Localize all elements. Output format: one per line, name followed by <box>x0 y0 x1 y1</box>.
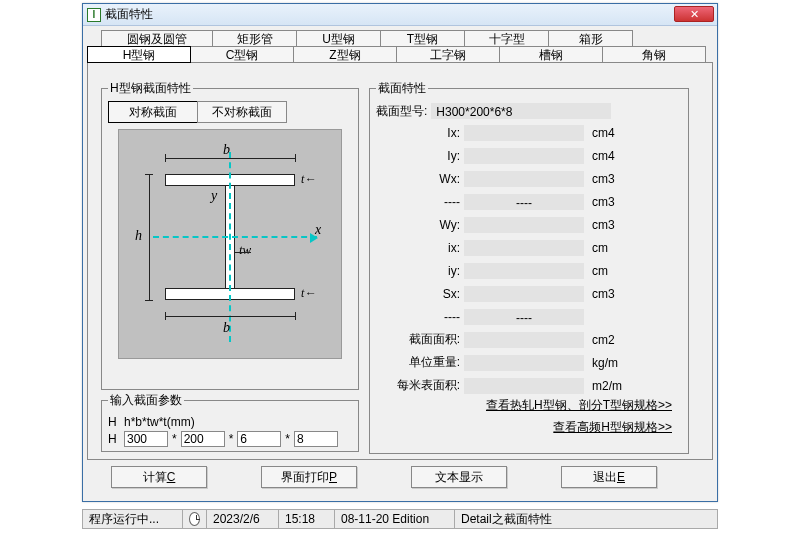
sep-1: * <box>172 432 177 446</box>
dim-tw: tw <box>239 242 251 258</box>
prop-unit: cm4 <box>584 126 644 140</box>
prop-row: -------- <box>376 305 682 328</box>
print-button[interactable]: 界面打印P <box>261 466 357 488</box>
prop-unit: cm <box>584 241 644 255</box>
status-detail: Detail之截面特性 <box>455 510 717 528</box>
window-title: 截面特性 <box>105 6 153 23</box>
group-section-shape-title: H型钢截面特性 <box>108 80 193 97</box>
status-time: 15:18 <box>279 510 335 528</box>
prop-row: 截面面积:cm2 <box>376 328 682 351</box>
input-t[interactable] <box>294 431 338 447</box>
status-date: 2023/2/6 <box>207 510 279 528</box>
client-area: 圆钢及圆管 矩形管 U型钢 T型钢 十字型 箱形 H型钢 C型钢 Z型钢 工字钢… <box>87 30 713 497</box>
text-display-button[interactable]: 文本显示 <box>411 466 507 488</box>
prop-row: 单位重量:kg/m <box>376 351 682 374</box>
prop-label: ---- <box>376 195 464 209</box>
prop-value <box>464 286 584 302</box>
prop-label: Sx: <box>376 287 464 301</box>
button-bar: 计算C 界面打印P 文本显示 退出E <box>101 466 697 488</box>
prop-value <box>464 263 584 279</box>
tab-round[interactable]: 圆钢及圆管 <box>101 30 213 47</box>
tab-rect-tube[interactable]: 矩形管 <box>212 30 297 47</box>
group-section-props: 截面特性 截面型号: H300*200*6*8 Ix:cm4Iy:cm4Wx:c… <box>369 80 689 454</box>
prop-label: iy: <box>376 264 464 278</box>
h-section-diagram: b x y h <box>118 129 342 359</box>
prop-unit: cm3 <box>584 172 644 186</box>
prop-value <box>464 355 584 371</box>
tab-cross[interactable]: 十字型 <box>464 30 549 47</box>
tab-box[interactable]: 箱形 <box>548 30 633 47</box>
tab-c-steel[interactable]: C型钢 <box>190 46 294 63</box>
prop-unit: cm3 <box>584 218 644 232</box>
status-running: 程序运行中... <box>83 510 183 528</box>
status-bar: 程序运行中... 2023/2/6 15:18 08-11-20 Edition… <box>82 509 718 529</box>
group-section-shape: H型钢截面特性 对称截面 不对称截面 b <box>101 80 359 390</box>
subtab-symmetric[interactable]: 对称截面 <box>108 101 198 123</box>
dim-tf-top: t← <box>301 172 316 187</box>
group-input-params: 输入截面参数 H h*b*tw*t(mm) H * * * <box>101 392 359 452</box>
prop-unit: cm3 <box>584 287 644 301</box>
tab-angle[interactable]: 角钢 <box>602 46 706 63</box>
calculate-button[interactable]: 计算C <box>111 466 207 488</box>
tab-z-steel[interactable]: Z型钢 <box>293 46 397 63</box>
hint-prefix: H <box>108 415 120 429</box>
tab-channel[interactable]: 槽钢 <box>499 46 603 63</box>
prop-unit: cm3 <box>584 195 644 209</box>
subtab-asymmetric[interactable]: 不对称截面 <box>197 101 287 123</box>
prop-label: 单位重量: <box>376 354 464 371</box>
prop-row: ix:cm <box>376 236 682 259</box>
tab-t-steel[interactable]: T型钢 <box>380 30 465 47</box>
link-hotrolled-spec[interactable]: 查看热轧H型钢、剖分T型钢规格>> <box>376 397 682 419</box>
titlebar: I 截面特性 ✕ <box>83 4 717 26</box>
prop-label: ix: <box>376 241 464 255</box>
link-highfreq-spec[interactable]: 查看高频H型钢规格>> <box>376 419 682 441</box>
sep-2: * <box>229 432 234 446</box>
hint-text: h*b*tw*t(mm) <box>124 415 195 429</box>
prop-value <box>464 125 584 141</box>
tab-row-top: 圆钢及圆管 矩形管 U型钢 T型钢 十字型 箱形 <box>101 30 713 47</box>
prop-label: ---- <box>376 310 464 324</box>
prop-row: Wy:cm3 <box>376 213 682 236</box>
prop-unit: cm4 <box>584 149 644 163</box>
prop-value <box>464 148 584 164</box>
axis-x <box>153 236 317 238</box>
close-icon[interactable]: ✕ <box>674 6 714 22</box>
label-y: y <box>211 188 217 204</box>
tab-row-bottom: H型钢 C型钢 Z型钢 工字钢 槽钢 角钢 <box>87 46 713 63</box>
prop-unit: m2/m <box>584 379 644 393</box>
prop-value <box>464 378 584 394</box>
label-x: x <box>315 222 321 238</box>
dim-tf-bot: t← <box>301 286 316 301</box>
input-b[interactable] <box>181 431 225 447</box>
prop-label: 每米表面积: <box>376 377 464 394</box>
prop-row: Ix:cm4 <box>376 121 682 144</box>
prop-value <box>464 332 584 348</box>
section-id-label: 截面型号: <box>376 103 431 120</box>
prop-label: Wy: <box>376 218 464 232</box>
prop-row: Wx:cm3 <box>376 167 682 190</box>
dim-h: h <box>135 228 142 244</box>
prop-row: Sx:cm3 <box>376 282 682 305</box>
sep-3: * <box>285 432 290 446</box>
prop-value <box>464 171 584 187</box>
prop-row: Iy:cm4 <box>376 144 682 167</box>
prop-label: 截面面积: <box>376 331 464 348</box>
prop-value <box>464 217 584 233</box>
app-icon: I <box>87 8 101 22</box>
main-window: I 截面特性 ✕ 圆钢及圆管 矩形管 U型钢 T型钢 十字型 箱形 H型钢 C型… <box>82 3 718 502</box>
tab-h-steel[interactable]: H型钢 <box>87 46 191 63</box>
tab-content: H型钢截面特性 对称截面 不对称截面 b <box>87 62 713 460</box>
prop-unit: cm2 <box>584 333 644 347</box>
prop-label: Wx: <box>376 172 464 186</box>
tab-u-steel[interactable]: U型钢 <box>296 30 381 47</box>
prop-value: ---- <box>464 194 584 210</box>
row-prefix: H <box>108 432 120 446</box>
input-h[interactable] <box>124 431 168 447</box>
input-tw[interactable] <box>237 431 281 447</box>
prop-unit: cm <box>584 264 644 278</box>
prop-label: Ix: <box>376 126 464 140</box>
dim-b-bot: b <box>223 320 230 336</box>
status-edition: 08-11-20 Edition <box>335 510 455 528</box>
exit-button[interactable]: 退出E <box>561 466 657 488</box>
tab-i-steel[interactable]: 工字钢 <box>396 46 500 63</box>
